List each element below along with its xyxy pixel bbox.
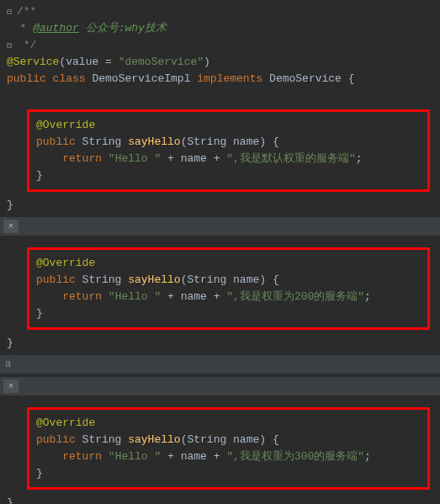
code-line: ⊟/** — [7, 3, 440, 20]
fold-icon[interactable]: ⊟ — [7, 6, 15, 19]
code-line: } — [7, 335, 440, 352]
highlight-box: @Override public String sayHello(String … — [27, 407, 430, 490]
highlight-box: @Override public String sayHello(String … — [27, 109, 430, 192]
code-line: return "Hello " + name + ",我是默认权重的服务端"; — [36, 151, 421, 167]
code-line: ⊟ */ — [7, 37, 440, 54]
code-line: } — [7, 197, 440, 214]
code-line: @Service(value = "demoService") — [7, 54, 440, 71]
code-line: } — [36, 167, 421, 184]
code-editor[interactable]: ⊟/** * @author 公众号:why技术 ⊟ */ @Service(v… — [0, 0, 440, 214]
close-icon[interactable]: × — [3, 220, 19, 233]
code-line: @Override — [36, 415, 421, 432]
code-line: public String sayHello(String name) { — [36, 134, 421, 151]
editor-tab-strip: × — [0, 217, 440, 236]
code-line: return "Hello " + name + ",我是权重为300的服务端"… — [36, 448, 421, 465]
code-line: @Override — [36, 255, 421, 272]
editor-tab-strip: a — [0, 355, 440, 374]
code-line: } — [36, 465, 421, 482]
code-editor[interactable]: @Override public String sayHello(String … — [0, 399, 440, 504]
close-icon[interactable]: × — [3, 379, 19, 393]
tab-label: a — [5, 358, 11, 370]
code-line: return "Hello " + name + ",我是权重为200的服务端"… — [36, 289, 421, 305]
editor-tab-strip: × — [0, 377, 440, 395]
highlight-box: @Override public String sayHello(String … — [27, 247, 430, 330]
code-line: public class DemoServiceImpl implements … — [7, 71, 440, 88]
code-line: public String sayHello(String name) { — [36, 432, 421, 448]
code-editor[interactable]: @Override public String sayHello(String … — [0, 239, 440, 352]
code-line: @Override — [36, 117, 421, 134]
code-line: * @author 公众号:why技术 — [7, 20, 440, 37]
code-line: } — [36, 305, 421, 322]
code-line: } — [7, 495, 440, 504]
code-line: public String sayHello(String name) { — [36, 272, 421, 289]
code-line — [7, 88, 440, 104]
fold-icon[interactable]: ⊟ — [7, 40, 15, 53]
